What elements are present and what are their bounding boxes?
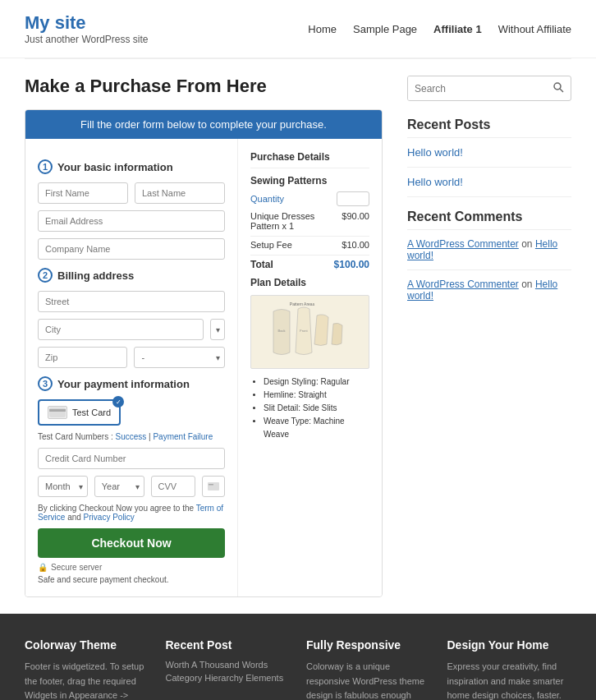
- checkout-header: Fill the order form below to complete yo…: [25, 110, 382, 139]
- footer-col-4-title: Design Your Home: [447, 638, 572, 652]
- content-area: Make a Purchase From Here Fill the order…: [25, 76, 383, 597]
- payment-card[interactable]: Test Card ✓: [38, 399, 121, 426]
- payment-label: Your payment information: [57, 378, 190, 390]
- post-divider-1: [407, 167, 571, 168]
- year-select[interactable]: Year: [94, 476, 144, 497]
- zip-input[interactable]: [38, 347, 127, 368]
- svg-rect-0: [49, 408, 66, 417]
- search-box: [407, 76, 571, 101]
- footer-col-2: Recent Post Worth A Thousand Words Categ…: [166, 638, 291, 700]
- footer-col-2-title: Recent Post: [166, 638, 291, 652]
- feature-1: Design Styling: Ragular: [264, 375, 369, 389]
- dash-wrapper: -: [134, 347, 225, 368]
- total-row: Total $100.00: [250, 259, 369, 270]
- site-tagline: Just another WordPress site: [25, 34, 149, 45]
- month-select[interactable]: Month: [38, 476, 88, 497]
- country-wrapper: Country: [210, 319, 225, 340]
- feature-4: Weave Type: Machine Weave: [264, 415, 369, 441]
- failure-link[interactable]: Payment Failure: [153, 432, 213, 441]
- post-divider-2: [407, 196, 571, 197]
- cc-number-input[interactable]: [38, 448, 225, 469]
- footer-recent-post-1[interactable]: Worth A Thousand Words: [166, 660, 291, 670]
- basic-info-label: Your basic information: [57, 161, 173, 173]
- nav-affiliate1[interactable]: Affiliate 1: [433, 23, 482, 35]
- company-row: [38, 238, 225, 260]
- footer-col-3-text: Colorway is a unique responsive WordPres…: [306, 660, 431, 700]
- footer-col-3: Fully Responsive Colorway is a unique re…: [306, 638, 431, 700]
- name-row: [38, 182, 225, 204]
- item-label: Unique Dresses Pattern x 1: [250, 211, 342, 231]
- recent-post-1[interactable]: Hello world!: [407, 146, 571, 159]
- street-input[interactable]: [38, 291, 225, 312]
- product-title: Sewing Patterns: [250, 175, 369, 187]
- success-link[interactable]: Success: [115, 432, 146, 441]
- main-container: Make a Purchase From Here Fill the order…: [0, 59, 596, 614]
- checkout-terms: By clicking Checkout Now you agree to th…: [38, 504, 225, 522]
- search-input[interactable]: [408, 76, 546, 100]
- site-branding: My site Just another WordPress site: [25, 12, 149, 45]
- checkout-body: 1 Your basic information: [25, 139, 382, 596]
- footer-col-3-title: Fully Responsive: [306, 638, 431, 652]
- street-row: [38, 291, 225, 312]
- checkout-button[interactable]: Checkout Now: [38, 528, 225, 558]
- footer: Colorway Theme Footer is widgetized. To …: [0, 614, 596, 700]
- cvv-icon: [202, 476, 225, 497]
- plan-details-title: Plan Details: [250, 277, 369, 288]
- footer-col-1-text: Footer is widgetized. To setup the foote…: [25, 660, 149, 700]
- lock-icon: 🔒: [38, 563, 48, 572]
- item-price: $90.00: [342, 211, 369, 231]
- payment-header: 3 Your payment information: [38, 376, 225, 391]
- setup-fee-label: Setup Fee: [250, 240, 292, 250]
- test-card-numbers: Test Card Numbers : Success | Payment Fa…: [38, 432, 225, 441]
- privacy-link[interactable]: Privacy Policy: [84, 513, 135, 522]
- nav-sample-page[interactable]: Sample Page: [353, 23, 417, 35]
- footer-col-4-text: Express your creativity, find inspiratio…: [447, 660, 572, 700]
- quantity-input[interactable]: 1: [337, 191, 369, 206]
- page-title: Make a Purchase From Here: [25, 76, 383, 97]
- search-button[interactable]: [546, 76, 571, 100]
- purchase-details-title: Purchase Details: [250, 151, 369, 168]
- nav-home[interactable]: Home: [308, 23, 337, 35]
- safe-text: Safe and secure payment checkout.: [38, 575, 225, 584]
- first-name-input[interactable]: [38, 182, 128, 204]
- svg-rect-1: [49, 409, 66, 412]
- company-input[interactable]: [38, 238, 225, 260]
- month-wrapper: Month: [38, 476, 88, 497]
- nav-without-affiliate[interactable]: Without Affiliate: [498, 23, 571, 35]
- total-label: Total: [250, 259, 273, 270]
- recent-post-2[interactable]: Hello world!: [407, 176, 571, 188]
- footer-recent-post-2[interactable]: Category Hierarchy Elements: [166, 673, 291, 683]
- email-input[interactable]: [38, 210, 225, 232]
- svg-rect-2: [208, 482, 219, 490]
- dash-select[interactable]: -: [134, 347, 225, 368]
- commenter-1[interactable]: A WordPress Commenter: [407, 238, 519, 250]
- svg-text:Front: Front: [300, 329, 308, 333]
- plan-features: Design Styling: Ragular Hemline: Straigh…: [250, 375, 369, 441]
- quantity-row: Quantity 1: [250, 191, 369, 206]
- site-header: My site Just another WordPress site Home…: [0, 0, 596, 58]
- country-select[interactable]: Country: [210, 319, 225, 340]
- svg-line-9: [560, 89, 563, 92]
- last-name-input[interactable]: [135, 182, 225, 204]
- year-wrapper: Year: [94, 476, 144, 497]
- sidebar: Recent Posts Hello world! Hello world! R…: [407, 76, 571, 597]
- setup-fee-row: Setup Fee $10.00: [250, 240, 369, 256]
- search-icon: [552, 81, 564, 93]
- billing-header: 2 Billing address: [38, 268, 225, 283]
- section-number-2: 2: [38, 268, 53, 283]
- checkout-left: 1 Your basic information: [25, 139, 238, 596]
- cc-details-row: Month Year: [38, 476, 225, 497]
- item-price-row: Unique Dresses Pattern x 1 $90.00: [250, 211, 369, 237]
- recent-posts-title: Recent Posts: [407, 117, 571, 138]
- cvv-input[interactable]: [151, 476, 195, 497]
- recent-comments-title: Recent Comments: [407, 210, 571, 230]
- city-input[interactable]: [38, 319, 204, 340]
- section-number-3: 3: [38, 376, 53, 391]
- footer-col-4: Design Your Home Express your creativity…: [447, 638, 572, 700]
- city-country-row: Country: [38, 319, 225, 340]
- billing-label: Billing address: [57, 269, 134, 282]
- email-row: [38, 210, 225, 232]
- plan-image: Pattern Areas Back Front: [250, 295, 369, 369]
- commenter-2[interactable]: A WordPress Commenter: [407, 279, 519, 290]
- section-number-1: 1: [38, 159, 53, 174]
